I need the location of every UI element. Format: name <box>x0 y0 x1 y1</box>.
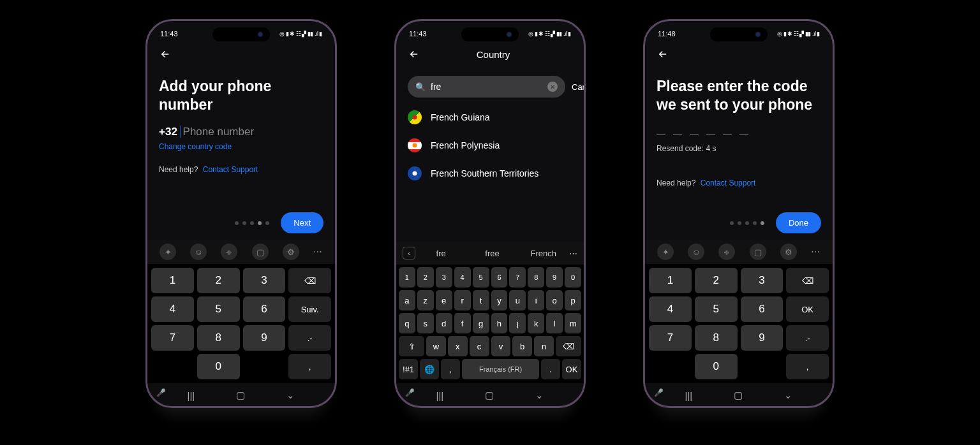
keyboard-key[interactable]: o <box>546 290 563 310</box>
mic-icon[interactable]: 🎤 <box>654 388 664 397</box>
keyboard-key[interactable]: , <box>441 359 460 379</box>
attach-icon[interactable]: ⎆ <box>718 244 735 260</box>
keyboard-key[interactable]: q <box>399 313 415 333</box>
back-nav-icon[interactable]: ⌄ <box>784 390 792 401</box>
keyboard-key[interactable]: . <box>541 359 560 379</box>
recents-icon[interactable]: ||| <box>685 390 693 401</box>
keyboard-key[interactable]: 5 <box>473 267 489 288</box>
keypad-key[interactable]: 2 <box>695 268 738 293</box>
keyboard-key[interactable]: 1 <box>399 267 415 288</box>
keypad-key[interactable]: 3 <box>741 268 783 293</box>
gear-icon[interactable]: ⚙ <box>283 244 299 260</box>
contact-support-link[interactable]: Contact Support <box>203 165 258 174</box>
keyboard-key[interactable]: x <box>448 336 468 356</box>
cancel-button[interactable]: Cancel <box>572 82 586 92</box>
code-input[interactable] <box>657 128 821 136</box>
mic-icon[interactable]: 🎤 <box>156 388 166 397</box>
keypad-key[interactable]: 2 <box>197 268 240 293</box>
keypad-key[interactable]: 0 <box>695 354 738 379</box>
clipboard-icon[interactable]: ▢ <box>252 244 269 260</box>
keyboard-key[interactable]: OK <box>562 359 581 379</box>
emoji-icon[interactable]: ☺ <box>688 244 704 260</box>
keypad-key[interactable]: 7 <box>649 325 692 351</box>
search-input[interactable] <box>431 82 542 92</box>
keypad-key[interactable]: 0 <box>197 354 240 379</box>
home-icon[interactable]: ▢ <box>236 390 245 401</box>
change-country-code-link[interactable]: Change country code <box>159 142 323 151</box>
keyboard-key[interactable]: g <box>473 313 489 333</box>
keyboard-key[interactable]: 7 <box>509 267 526 288</box>
home-icon[interactable]: ▢ <box>485 390 494 401</box>
keyboard-key[interactable]: 3 <box>436 267 452 288</box>
done-button[interactable]: Done <box>776 212 821 233</box>
keypad-key[interactable]: 4 <box>151 296 194 322</box>
emoji-icon[interactable]: ☺ <box>190 244 207 260</box>
keyboard-key[interactable]: 9 <box>546 267 563 288</box>
keyboard-key[interactable]: v <box>491 336 511 356</box>
contact-support-link[interactable]: Contact Support <box>701 179 756 187</box>
recents-icon[interactable]: ||| <box>436 390 444 401</box>
country-item[interactable]: French Polynesia <box>408 138 572 152</box>
keyboard-key[interactable]: b <box>512 336 532 356</box>
keyboard-key[interactable]: h <box>491 313 508 333</box>
phone-input-row[interactable]: +32 Phone number <box>159 126 323 138</box>
keypad-key[interactable]: , <box>786 354 829 379</box>
back-icon[interactable] <box>657 48 669 61</box>
keypad-key[interactable]: ⌫ <box>786 268 829 293</box>
keypad-key[interactable]: 7 <box>151 325 194 351</box>
gear-icon[interactable]: ⚙ <box>780 244 797 260</box>
keyboard-key[interactable]: u <box>509 290 526 310</box>
attach-icon[interactable]: ⎆ <box>221 244 237 260</box>
mic-icon[interactable]: 🎤 <box>405 388 415 397</box>
keyboard-key[interactable]: 0 <box>565 267 581 288</box>
keyboard-key[interactable]: e <box>436 290 452 310</box>
more-icon[interactable]: ⋯ <box>313 247 323 257</box>
expand-icon[interactable]: ‹ <box>403 247 415 259</box>
keypad-key[interactable]: 8 <box>197 325 240 351</box>
keypad-key[interactable]: 8 <box>695 325 738 351</box>
recents-icon[interactable]: ||| <box>188 390 195 401</box>
clear-icon[interactable]: ✕ <box>547 82 558 92</box>
keypad-key[interactable]: OK <box>786 296 829 322</box>
keyboard-key[interactable]: 2 <box>417 267 434 288</box>
keypad-key[interactable]: 9 <box>243 325 286 351</box>
suggestion[interactable]: French <box>518 249 569 258</box>
keyboard-key[interactable]: 🌐 <box>420 359 439 379</box>
keyboard-key[interactable]: n <box>534 336 554 356</box>
keypad-key[interactable]: , <box>288 354 331 379</box>
next-button[interactable]: Next <box>281 212 323 233</box>
keyboard-key[interactable]: 4 <box>454 267 471 288</box>
keyboard-key[interactable]: !#1 <box>399 359 418 379</box>
keyboard-key[interactable]: w <box>426 336 446 356</box>
country-item[interactable]: French Guiana <box>408 110 572 124</box>
keyboard-key[interactable]: c <box>470 336 489 356</box>
keyboard-key[interactable]: s <box>417 313 434 333</box>
keyboard-key[interactable]: ⇧ <box>399 336 424 356</box>
keyboard-key[interactable]: p <box>565 290 581 310</box>
keypad-key[interactable]: ⌫ <box>288 268 331 293</box>
keypad-key[interactable]: 1 <box>649 268 692 293</box>
keyboard-key[interactable]: z <box>417 290 434 310</box>
more-icon[interactable]: ⋯ <box>569 249 577 258</box>
back-icon[interactable] <box>159 48 172 61</box>
keypad-key[interactable]: 3 <box>243 268 286 293</box>
keypad-key[interactable]: 5 <box>197 296 240 322</box>
keypad-key[interactable]: .- <box>288 325 331 351</box>
keyboard-key[interactable]: 6 <box>491 267 508 288</box>
home-icon[interactable]: ▢ <box>734 390 743 401</box>
keyboard-key[interactable]: l <box>546 313 563 333</box>
country-item[interactable]: French Southern Territories <box>408 166 572 180</box>
keyboard-key[interactable]: f <box>454 313 471 333</box>
more-icon[interactable]: ⋯ <box>811 247 820 257</box>
keyboard-key[interactable]: k <box>528 313 544 333</box>
keypad-key[interactable]: 4 <box>649 296 692 322</box>
suggestion[interactable]: free <box>466 249 517 258</box>
keypad-key[interactable]: 1 <box>151 268 194 293</box>
keyboard-key[interactable]: ⌫ <box>556 336 581 356</box>
keyboard-key[interactable]: d <box>436 313 452 333</box>
suggestion[interactable]: fre <box>415 249 466 258</box>
search-field[interactable]: 🔍 ✕ <box>408 76 565 98</box>
keyboard-key[interactable]: a <box>399 290 415 310</box>
keypad-key[interactable]: Suiv. <box>288 296 331 322</box>
keypad-key[interactable]: 5 <box>695 296 738 322</box>
